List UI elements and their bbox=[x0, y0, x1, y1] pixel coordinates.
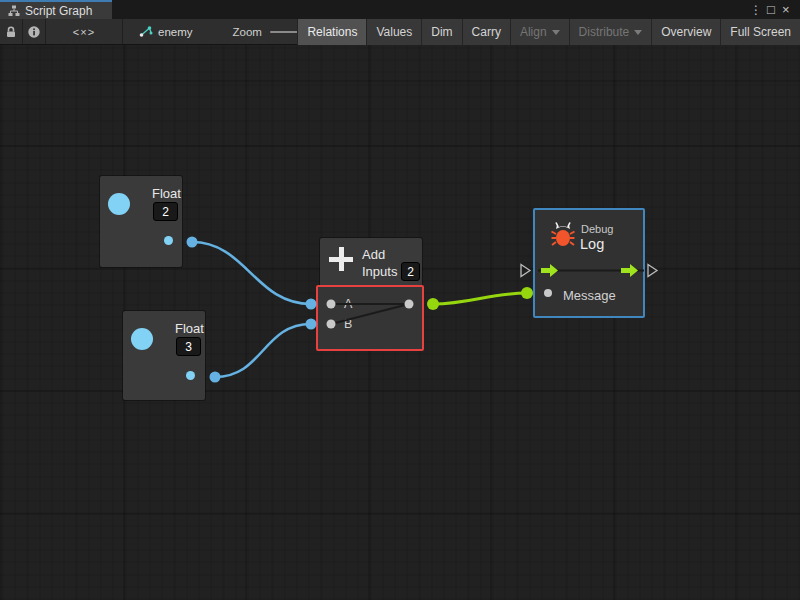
graph-reference[interactable]: enemy bbox=[123, 19, 205, 44]
dropdown-caret-icon bbox=[634, 30, 642, 35]
float-value-field[interactable]: 3 bbox=[176, 337, 201, 356]
code-x-icon: <×> bbox=[73, 26, 95, 38]
values-button[interactable]: Values bbox=[366, 19, 421, 45]
lock-icon bbox=[4, 25, 18, 39]
toolbar-buttons: Relations Values Dim Carry Align Distrib… bbox=[297, 19, 800, 45]
lock-button[interactable] bbox=[0, 19, 23, 44]
overview-button[interactable]: Overview bbox=[651, 19, 720, 45]
inputs-count-field[interactable]: 2 bbox=[401, 262, 420, 281]
dim-button[interactable]: Dim bbox=[421, 19, 461, 45]
carry-button[interactable]: Carry bbox=[462, 19, 510, 45]
script-graph-window: Script Graph ⋮ □ × <×> bbox=[0, 0, 800, 600]
zoom-label: Zoom bbox=[233, 26, 262, 38]
message-port-label: Message bbox=[563, 288, 616, 303]
inspector-button[interactable] bbox=[23, 19, 46, 44]
float-node-1[interactable]: Float 2 bbox=[100, 176, 182, 267]
tab-bar: Script Graph ⋮ □ × bbox=[0, 0, 800, 19]
node-title: Log bbox=[580, 236, 604, 252]
dropdown-caret-icon bbox=[552, 30, 560, 35]
tab-title: Script Graph bbox=[25, 4, 92, 18]
debug-bug-icon bbox=[551, 221, 575, 249]
distribute-button[interactable]: Distribute bbox=[569, 19, 652, 45]
port-b-label: B bbox=[344, 317, 352, 331]
float-icon bbox=[108, 193, 130, 215]
graph-name: enemy bbox=[158, 26, 193, 38]
tab-script-graph[interactable]: Script Graph bbox=[0, 0, 112, 19]
window-maximize-icon[interactable]: □ bbox=[767, 0, 783, 19]
add-node-header[interactable]: Add Inputs 2 bbox=[320, 238, 422, 287]
debug-log-node[interactable]: Debug Log Message bbox=[533, 208, 645, 318]
code-x-button[interactable]: <×> bbox=[46, 19, 123, 44]
port-a-label: A bbox=[344, 297, 352, 311]
node-title: Float bbox=[175, 321, 204, 336]
info-icon bbox=[27, 25, 41, 39]
graph-node-icon bbox=[139, 25, 153, 38]
window-close-icon[interactable]: × bbox=[782, 0, 798, 19]
relations-button[interactable]: Relations bbox=[297, 19, 366, 45]
fullscreen-button[interactable]: Full Screen bbox=[720, 19, 800, 45]
float-icon bbox=[131, 328, 153, 350]
graph-toolbar: <×> enemy Zoom 1x Relations Values Dim C… bbox=[0, 19, 800, 45]
float-node-2[interactable]: Float 3 bbox=[123, 311, 205, 400]
inputs-label: Inputs bbox=[362, 264, 397, 279]
align-button[interactable]: Align bbox=[510, 19, 569, 45]
node-title: Add bbox=[362, 247, 385, 262]
add-icon bbox=[329, 247, 353, 271]
graph-hierarchy-icon bbox=[8, 5, 20, 17]
float-value-field[interactable]: 2 bbox=[153, 202, 178, 221]
graph-canvas[interactable]: Float 2 Float 3 Add Inputs 2 A B bbox=[0, 45, 800, 600]
window-menu-icon[interactable]: ⋮ bbox=[750, 0, 764, 19]
node-category: Debug bbox=[581, 223, 613, 235]
node-title: Float bbox=[152, 186, 181, 201]
add-node-ports-highlighted[interactable]: A B bbox=[316, 285, 424, 351]
